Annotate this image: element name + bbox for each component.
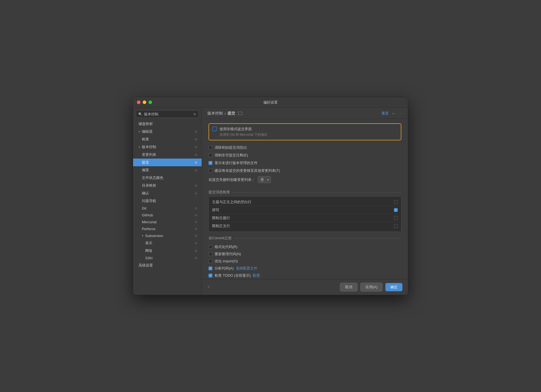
limit-body-row: 限制正文行: [212, 222, 398, 230]
nav-arrows: ← →: [391, 111, 402, 116]
show-unversioned-row: 显示未进行版本管理的文件: [209, 159, 401, 167]
sidebar-item-keyboard[interactable]: 键盘映射: [133, 120, 202, 128]
limit-body-checkbox[interactable]: [394, 224, 398, 228]
sidebar-item-shelf[interactable]: 搁置 ⊞: [133, 166, 202, 174]
perforce-icon: ⊞: [195, 227, 197, 231]
shelf-icon: ⊞: [195, 168, 197, 172]
blank-line-label: 主题与正文之间的空白行: [212, 200, 251, 205]
sidebar-item-mercurial[interactable]: Mercurial ⊞: [133, 219, 202, 225]
suggest-move-row: 建议将未提交的变更移至其他变更列表(T): [209, 167, 401, 175]
mercurial-icon: ⊞: [195, 220, 197, 224]
check-todo-checkbox[interactable]: [209, 274, 212, 277]
sidebar-item-subversion[interactable]: ▾ Subversion ⊞: [133, 232, 202, 239]
sidebar-item-commit[interactable]: 提交 ⊞: [133, 159, 202, 166]
back-arrow-button[interactable]: ←: [391, 111, 396, 116]
content-area: 版本控制 › 提交 重置 ← → 使用: [202, 108, 408, 295]
ok-button[interactable]: 确定: [385, 283, 402, 291]
show-unversioned-checkbox[interactable]: [209, 161, 212, 165]
sidebar-item-perforce[interactable]: Perforce ⊞: [133, 225, 202, 232]
rearrange-code-row: 重新整理代码(N): [209, 251, 401, 258]
sidebar-item-git[interactable]: Git ⊞: [133, 205, 202, 212]
create-on-fail-select[interactable]: 否 是: [258, 176, 271, 183]
sidebar-item-inspection[interactable]: 检查 ⊞: [133, 135, 202, 143]
blank-line-checkbox[interactable]: [394, 200, 398, 204]
sidebar-item-editor-group[interactable]: ▾ 编辑器 ⊞: [133, 128, 202, 135]
sidebar-item-ssh[interactable]: SSH ⊞: [133, 255, 202, 262]
nonmodal-option-highlighted: 使用非模式提交界面 应用到 Git 和 Mercurial 下的项目: [209, 123, 401, 140]
format-code-checkbox[interactable]: [209, 245, 212, 249]
create-on-fail-row: 在提交失败时创建变更列表： 否 是: [209, 175, 401, 186]
optimize-import-label: 优化 import(O): [215, 259, 238, 264]
create-on-fail-dropdown-wrapper: 否 是: [258, 176, 271, 183]
window-title: 偏好设置: [263, 100, 278, 105]
limit-subject-label: 限制主题行: [212, 216, 230, 220]
rearrange-code-label: 重新整理代码(N): [215, 252, 241, 257]
spelling-checkbox[interactable]: [394, 208, 398, 212]
breadcrumb-separator: ›: [224, 111, 226, 116]
minimize-button[interactable]: [143, 100, 146, 104]
force-nonempty-checkbox[interactable]: [209, 153, 212, 157]
ssh-icon: ⊞: [195, 256, 197, 260]
before-commit-section-label: 在Commit之前: [209, 236, 401, 241]
sidebar-item-confirm[interactable]: 确认 ⊞: [133, 189, 202, 197]
editor-icon: ⊞: [195, 130, 197, 134]
titlebar: 偏好设置: [133, 97, 408, 108]
footer: ? 取消 应用(A) 确定: [202, 279, 408, 295]
suggest-move-checkbox[interactable]: [209, 169, 212, 173]
spelling-label: 拼写: [212, 208, 219, 213]
force-nonempty-row: 强制非空提交注释(E): [209, 151, 401, 159]
chevron-right-icon: ▾: [142, 234, 144, 238]
sidebar-item-network[interactable]: 网络 ⊞: [133, 247, 202, 255]
commit-before-rows: 格式化代码(R) 重新整理代码(N) 优化 import(O) 分析代码(A) …: [209, 242, 401, 279]
blank-line-row: 主题与正文之间的空白行: [212, 198, 398, 206]
check-todo-link[interactable]: 配置: [253, 273, 260, 278]
sidebar: 🔍 ✕ 键盘映射 ▾ 编辑器 ⊞ 检查 ⊞ ▾: [133, 108, 202, 295]
clear-initial-label: 清除初始提交消息(I): [215, 145, 247, 150]
suggest-move-label: 建议将未提交的变更移至其他变更列表(T): [215, 168, 280, 173]
analyze-code-label: 分析代码(A): [215, 266, 234, 271]
clear-initial-checkbox[interactable]: [209, 146, 212, 149]
optimize-import-checkbox[interactable]: [209, 259, 212, 263]
sidebar-item-dir-mapping[interactable]: 目录映射 ⊞: [133, 182, 202, 189]
create-on-fail-label: 在提交失败时创建变更列表：: [209, 177, 255, 182]
help-icon[interactable]: ?: [207, 285, 209, 289]
forward-arrow-button[interactable]: →: [397, 111, 402, 116]
git-icon: ⊞: [195, 206, 197, 210]
force-nonempty-label: 强制非空提交注释(E): [215, 153, 248, 158]
sidebar-item-file-status[interactable]: 文件状态颜色: [133, 174, 202, 182]
vcs-group-icon: ⊞: [195, 145, 197, 149]
search-clear-icon[interactable]: ✕: [193, 112, 196, 116]
sidebar-item-advanced[interactable]: 高级设置: [133, 262, 202, 269]
format-code-label: 格式化代码(R): [215, 244, 237, 249]
close-button[interactable]: [137, 100, 140, 104]
analyze-code-checkbox[interactable]: [209, 266, 212, 270]
chevron-down-icon: ▾: [139, 130, 140, 134]
sidebar-item-changelist[interactable]: 变更列表 ⊞: [133, 151, 202, 159]
header-actions: 重置 ← →: [382, 111, 402, 116]
sidebar-item-display[interactable]: 表示 ⊞: [133, 239, 202, 247]
sidebar-item-issue-nav[interactable]: 问题导航: [133, 197, 202, 205]
main-content: 🔍 ✕ 键盘映射 ▾ 编辑器 ⊞ 检查 ⊞ ▾: [133, 108, 408, 295]
sidebar-item-github[interactable]: GitHub ⊞: [133, 212, 202, 219]
search-icon: 🔍: [138, 112, 142, 116]
analyze-code-link[interactable]: 选择配置文件: [236, 266, 257, 271]
apply-button[interactable]: 应用(A): [360, 283, 383, 292]
search-input[interactable]: [144, 112, 191, 116]
nonmodal-checkbox[interactable]: [212, 127, 217, 131]
github-icon: ⊞: [195, 213, 197, 217]
maximize-button[interactable]: [148, 100, 152, 104]
nonmodal-desc: 应用到 Git 和 Mercurial 下的项目: [220, 132, 267, 137]
preferences-window: 偏好设置 🔍 ✕ 键盘映射 ▾ 编辑器 ⊞ 检查: [133, 97, 408, 295]
search-box[interactable]: 🔍 ✕: [136, 110, 199, 118]
breadcrumb: 版本控制 › 提交: [207, 111, 242, 116]
breadcrumb-settings-icon: [238, 112, 242, 115]
rearrange-code-checkbox[interactable]: [209, 252, 212, 256]
breadcrumb-current: 提交: [228, 111, 235, 116]
limit-subject-checkbox[interactable]: [394, 216, 398, 220]
cancel-button[interactable]: 取消: [340, 283, 358, 292]
check-todo-label: 检查 TODO (全部显示): [215, 273, 251, 278]
commit-icon: ⊞: [195, 161, 197, 164]
breadcrumb-part1: 版本控制: [207, 111, 223, 116]
sidebar-item-vcs-group[interactable]: ▾ 版本控制 ⊞: [133, 143, 202, 151]
reset-button[interactable]: 重置: [382, 111, 389, 116]
